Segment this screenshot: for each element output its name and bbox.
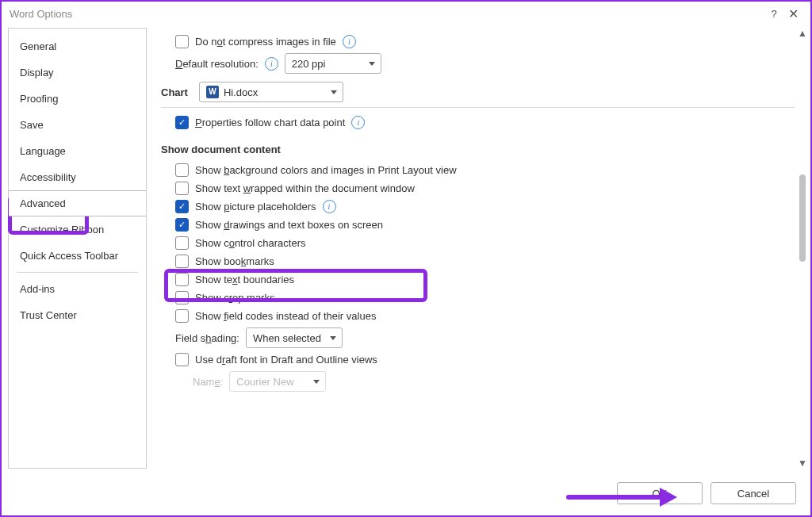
default-resolution-select[interactable]: 220 ppi	[285, 53, 381, 74]
sidebar-divider	[17, 272, 138, 273]
sidebar-item-customize-ribbon[interactable]: Customize Ribbon	[9, 216, 146, 243]
option-label: Show text boundaries	[195, 274, 294, 285]
checkbox-icon[interactable]	[175, 200, 189, 213]
option-label: Show picture placeholders	[195, 201, 316, 213]
chart-doc-select[interactable]: Hi.docx	[199, 82, 343, 102]
option-label: Show crop marks	[195, 292, 274, 304]
option-label: Show text wrapped within the document wi…	[195, 182, 415, 194]
option-text-boundaries[interactable]: Show text boundaries	[175, 273, 795, 286]
option-draft-font-name: Name: Courier New	[193, 371, 795, 392]
option-label: Do not compress images in file	[195, 36, 336, 48]
option-text-wrapped[interactable]: Show text wrapped within the document wi…	[175, 182, 795, 195]
info-icon[interactable]: i	[323, 200, 336, 213]
checkbox-icon[interactable]	[175, 236, 189, 250]
category-sidebar: General Display Proofing Save Language A…	[8, 28, 147, 469]
sidebar-item-display[interactable]: Display	[9, 59, 146, 86]
option-control-chars[interactable]: Show control characters	[175, 236, 795, 250]
option-label: Show drawings and text boxes on screen	[195, 219, 383, 231]
option-label: Show background colors and images in Pri…	[195, 164, 457, 176]
info-icon[interactable]: i	[343, 35, 356, 48]
option-default-resolution: Default resolution: i 220 ppi	[175, 53, 795, 74]
checkbox-icon[interactable]	[175, 182, 189, 195]
checkbox-icon[interactable]	[175, 116, 189, 129]
word-doc-icon	[206, 86, 219, 98]
section-title: Chart	[161, 86, 188, 98]
info-icon[interactable]: i	[351, 116, 365, 129]
font-name-select: Courier New	[229, 371, 326, 392]
close-icon[interactable]: ✕	[783, 6, 802, 21]
checkbox-icon[interactable]	[175, 309, 189, 323]
sidebar-item-advanced[interactable]: Advanced	[8, 190, 147, 216]
option-label: Properties follow chart data point	[195, 117, 345, 128]
vertical-scrollbar[interactable]: ▲ ▼	[796, 27, 809, 469]
option-crop-marks[interactable]: Show crop marks	[175, 291, 795, 304]
checkbox-icon[interactable]	[175, 163, 189, 177]
sidebar-item-quick-access[interactable]: Quick Access Toolbar	[9, 243, 146, 269]
option-label: Show field codes instead of their values	[195, 310, 376, 322]
option-label: Field shading:	[175, 332, 239, 344]
option-bookmarks[interactable]: Show bookmarks	[175, 255, 795, 268]
scroll-up-icon[interactable]: ▲	[798, 27, 807, 40]
cancel-button[interactable]: Cancel	[710, 482, 796, 504]
help-icon[interactable]: ?	[764, 8, 783, 20]
titlebar: Word Options ? ✕	[2, 2, 810, 25]
sidebar-item-accessibility[interactable]: Accessibility	[9, 164, 146, 190]
ok-button[interactable]: OK	[617, 482, 703, 504]
option-draft-font[interactable]: Use draft font in Draft and Outline view…	[175, 353, 795, 366]
option-label: Default resolution:	[175, 58, 259, 70]
info-icon[interactable]: i	[265, 57, 278, 71]
sidebar-item-trust-center[interactable]: Trust Center	[9, 302, 146, 328]
show-document-content-heading: Show document content	[161, 144, 795, 155]
checkbox-icon[interactable]	[175, 273, 189, 286]
option-field-shading: Field shading: When selected	[175, 327, 795, 348]
sidebar-item-addins[interactable]: Add-ins	[9, 276, 146, 302]
dialog-footer: OK Cancel	[617, 482, 796, 504]
word-options-dialog: Word Options ? ✕ General Display Proofin…	[0, 0, 812, 517]
options-content: Do not compress images in file i Default…	[147, 25, 810, 471]
checkbox-icon[interactable]	[175, 35, 189, 48]
dialog-body: General Display Proofing Save Language A…	[2, 25, 810, 471]
option-field-codes[interactable]: Show field codes instead of their values	[175, 309, 795, 323]
option-compress-images[interactable]: Do not compress images in file i	[175, 35, 795, 48]
sidebar-item-save[interactable]: Save	[9, 112, 146, 138]
checkbox-icon[interactable]	[175, 353, 189, 366]
checkbox-icon[interactable]	[175, 255, 189, 268]
option-label: Show control characters	[195, 237, 305, 249]
checkbox-icon[interactable]	[175, 291, 189, 304]
field-shading-select[interactable]: When selected	[246, 327, 343, 348]
option-properties-follow-chart[interactable]: Properties follow chart data point i	[175, 116, 795, 129]
option-bg-colors[interactable]: Show background colors and images in Pri…	[175, 163, 795, 177]
scroll-thumb[interactable]	[799, 174, 806, 262]
option-drawings-text-boxes[interactable]: Show drawings and text boxes on screen	[175, 218, 795, 232]
checkbox-icon[interactable]	[175, 218, 189, 232]
sidebar-item-language[interactable]: Language	[9, 138, 146, 164]
chart-section-header: Chart Hi.docx	[161, 82, 795, 108]
scroll-down-icon[interactable]: ▼	[798, 457, 807, 469]
dialog-title: Word Options	[10, 8, 764, 20]
sidebar-item-proofing[interactable]: Proofing	[9, 86, 146, 112]
option-label: Show bookmarks	[195, 255, 274, 267]
scroll-track[interactable]	[799, 40, 806, 457]
option-label: Name:	[193, 376, 223, 388]
option-picture-placeholders[interactable]: Show picture placeholders i	[175, 200, 795, 213]
option-label: Use draft font in Draft and Outline view…	[195, 354, 377, 366]
sidebar-item-general[interactable]: General	[9, 33, 146, 59]
